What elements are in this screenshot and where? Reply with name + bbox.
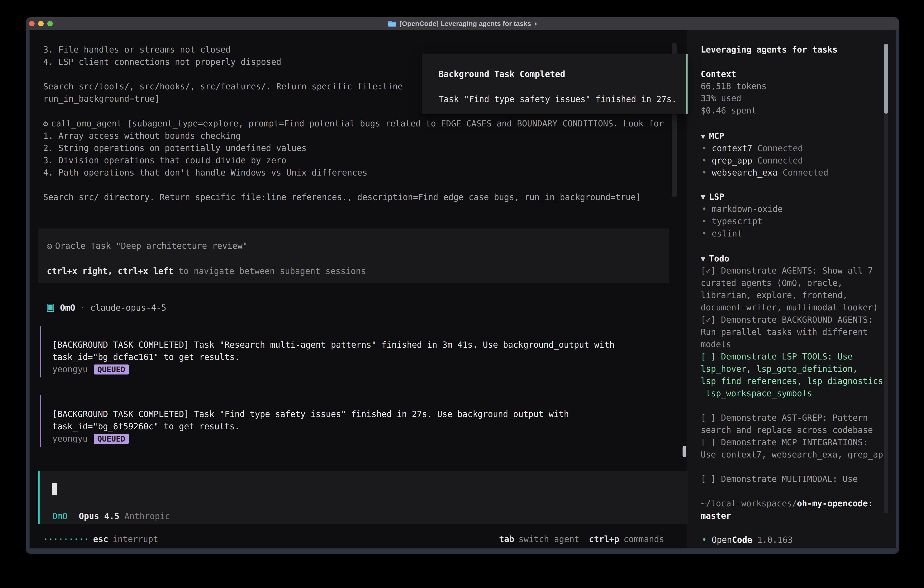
- input-model: Opus 4.5: [79, 510, 119, 522]
- oracle-task-title-line: ◎Oracle Task "Deep architecture review": [47, 240, 248, 252]
- tool-call-line: 1. Array access without bounds checking: [43, 130, 241, 142]
- tool-call-line: Search src/ directory. Return specific f…: [43, 191, 641, 203]
- window-title: [OpenCode] Leveraging agents for tasks ◑: [400, 20, 537, 28]
- lsp-item: • markdown-oxide: [702, 203, 782, 215]
- bullet-icon: •: [702, 168, 712, 178]
- tool-call-line: 3. Division operations that could divide…: [43, 154, 286, 167]
- minimize-button[interactable]: [38, 21, 44, 26]
- version-line: •OpenCode1.0.163: [702, 534, 793, 546]
- lsp-section-header[interactable]: ▼LSP: [701, 191, 724, 203]
- log-line: 4. LSP client connections not properly d…: [43, 56, 281, 68]
- app-window: [OpenCode] Leveraging agents for tasks ◑…: [26, 17, 899, 554]
- sidebar-scrollbar-track[interactable]: [884, 44, 888, 513]
- context-used: 33% used: [701, 92, 741, 105]
- message-meta: yeongyu QUEUED: [52, 363, 129, 376]
- tool-call-line: 2. String operations on potentially unde…: [43, 142, 307, 154]
- background-task-toast[interactable]: Background Task Completed Task "Find typ…: [422, 54, 688, 114]
- tab-label: switch agent: [519, 533, 579, 545]
- todo-line-pending: [ ] Demonstrate MCP INTEGRATIONS:: [701, 436, 868, 449]
- log-line: Search src/tools/, src/hooks/, src/featu…: [43, 81, 403, 93]
- agent-name: OmO: [60, 302, 75, 314]
- input-provider: Anthropic: [124, 510, 170, 522]
- workspace-path: ~/local-workspaces/oh-my-opencode:: [701, 497, 873, 510]
- gear-icon: ⚙: [43, 119, 48, 129]
- mcp-name: context7: [712, 144, 752, 153]
- log-line: 3. File handles or streams not closed: [43, 44, 231, 56]
- status-badge: QUEUED: [94, 365, 129, 375]
- mcp-item: • grep_app Connected: [702, 155, 803, 167]
- bullet-icon: •: [702, 216, 712, 226]
- input-agent-name: OmO: [52, 510, 68, 522]
- todo-line-done: [✓] Demonstrate AGENTS: Show all 7: [701, 265, 873, 277]
- mcp-status: Connected: [782, 168, 828, 178]
- todo-line-done: document-writer, multimodal-looker): [701, 302, 878, 314]
- esc-label: interrupt: [112, 533, 158, 545]
- esc-key: esc: [93, 533, 108, 545]
- context-tokens: 66,518 tokens: [701, 80, 767, 92]
- mcp-status: Connected: [757, 144, 803, 153]
- lsp-item: • typescript: [702, 215, 762, 228]
- mcp-item: • websearch_exa Connected: [702, 167, 828, 179]
- tool-call-text: call_omo_agent [subagent_type=explore, p…: [51, 119, 664, 129]
- message-author: yeongyu: [52, 433, 88, 445]
- screen: [OpenCode] Leveraging agents for tasks ◑…: [0, 0, 924, 588]
- mcp-heading: MCP: [709, 131, 724, 141]
- todo-section-header[interactable]: ▼Todo: [701, 253, 729, 265]
- agent-icon: [47, 304, 54, 312]
- message-line: [BACKGROUND TASK COMPLETED] Task "Resear…: [52, 339, 615, 351]
- cmd-key: ctrl+p: [589, 533, 619, 545]
- sidebar-scrollbar-thumb[interactable]: [884, 44, 888, 114]
- bullet-icon: •: [702, 229, 712, 238]
- lsp-name: markdown-oxide: [712, 204, 783, 214]
- input-agent-row: OmO Opus 4.5 Anthropic: [52, 510, 170, 522]
- tab-key: tab: [499, 533, 514, 545]
- todo-line-done: librarian, explore, frontend,: [701, 289, 848, 302]
- subagent-nav-hint: ctrl+x right, ctrl+x left to navigate be…: [47, 265, 366, 277]
- oracle-task-title: Oracle Task "Deep architecture review": [55, 241, 248, 251]
- mcp-section-header[interactable]: ▼MCP: [701, 130, 724, 142]
- toast-body: Task "Find type safety issues" finished …: [439, 93, 676, 106]
- spinner-dots: ·········: [43, 533, 89, 545]
- prompt-input[interactable]: OmO Opus 4.5 Anthropic: [38, 471, 688, 524]
- app-version: 1.0.163: [757, 535, 793, 545]
- tool-call-line: ⚙call_omo_agent [subagent_type=explore, …: [43, 117, 664, 130]
- todo-line-done: curated agents (OmO, oracle,: [701, 277, 843, 289]
- todo-line-pending: [ ] Demonstrate AST-GREP: Pattern: [701, 412, 868, 424]
- workspace-branch: master: [701, 510, 731, 522]
- agent-model: claude-opus-4-5: [90, 302, 166, 314]
- mcp-status: [752, 144, 757, 153]
- context-heading: Context: [701, 68, 736, 81]
- lsp-heading: LSP: [709, 192, 724, 202]
- mcp-item: • context7 Connected: [702, 142, 803, 155]
- bullet-icon: •: [702, 156, 712, 165]
- message-block: [BACKGROUND TASK COMPLETED] Task "Resear…: [40, 326, 682, 377]
- todo-line-pending: Use context7, websearch_exa, grep_app: [701, 449, 888, 461]
- lsp-name: eslint: [712, 229, 742, 238]
- todo-line-done: [✓] Demonstrate BACKGROUND AGENTS:: [701, 314, 873, 326]
- titlebar[interactable]: [OpenCode] Leveraging agents for tasks ◑: [26, 17, 899, 30]
- message-line: task_id="bg_dcfac161" to get results.: [52, 351, 240, 363]
- workspace-repo: oh-my-opencode:: [797, 499, 873, 509]
- folder-icon: [388, 20, 396, 27]
- zoom-button[interactable]: [47, 21, 53, 26]
- tool-call-line: 4. Path operations that don't handle Win…: [43, 167, 368, 179]
- lsp-item: • eslint: [702, 228, 742, 240]
- main-scrollbar-thumb-bottom[interactable]: [683, 446, 686, 457]
- message-author: yeongyu: [52, 363, 88, 376]
- hint-keys: ctrl+x right, ctrl+x left: [47, 266, 173, 276]
- green-dot-icon: •: [702, 535, 707, 545]
- message-line: task_id="bg_6f59260c" to get results.: [52, 420, 240, 433]
- close-button[interactable]: [29, 21, 35, 26]
- app-name-regular: Open: [712, 535, 732, 545]
- text-cursor: [52, 483, 57, 495]
- bullet-icon: •: [702, 144, 712, 153]
- mcp-name: websearch_exa: [712, 168, 778, 178]
- toast-title: Background Task Completed: [439, 68, 565, 81]
- oracle-icon: ◎: [47, 241, 52, 251]
- agent-session-line[interactable]: OmO · claude-opus-4-5: [47, 302, 166, 314]
- lsp-name: typescript: [712, 216, 762, 226]
- todo-heading: Todo: [709, 254, 729, 264]
- log-line: run_in_background=true]: [43, 93, 160, 105]
- cmd-label: commands: [624, 533, 664, 545]
- mcp-status: Connected: [757, 156, 803, 165]
